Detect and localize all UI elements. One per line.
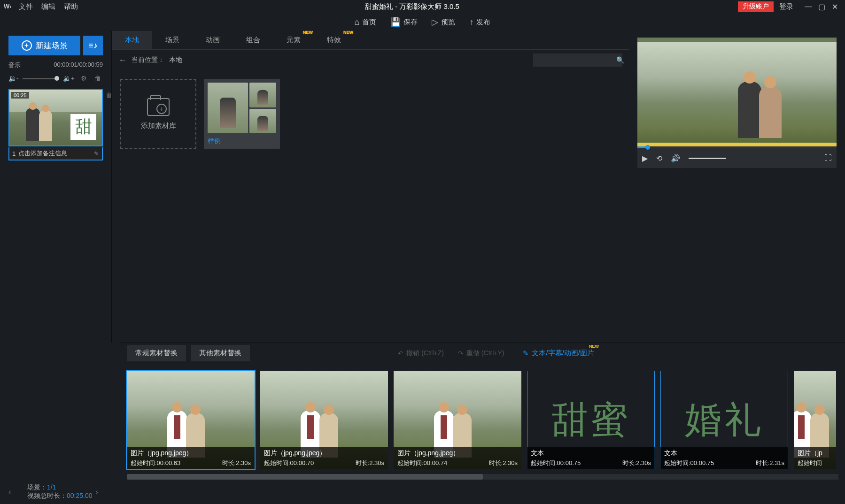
- clip-item[interactable]: 图片（jpg,png,jpeg） 起始时间:00:00.63 时长:2.30s: [127, 371, 255, 469]
- tab-scene[interactable]: 场景: [152, 31, 193, 49]
- clip-info: 文本 起始时间:00:00.75 时长:2.31s: [660, 447, 788, 469]
- clips-scrollbar[interactable]: [127, 474, 838, 480]
- close-button[interactable]: ✕: [828, 0, 841, 13]
- toolbar-home[interactable]: ⌂首页: [355, 17, 377, 27]
- undo-button[interactable]: ↶撤销 (Ctrl+Z): [398, 349, 444, 358]
- volume-down-icon[interactable]: 🔉-: [8, 75, 19, 82]
- status-total-value: 00:25.00: [67, 492, 93, 499]
- toolbar-home-label: 首页: [362, 18, 376, 27]
- search-box[interactable]: 🔍: [533, 53, 622, 67]
- back-arrow-icon[interactable]: ←: [118, 55, 127, 65]
- tab-combo[interactable]: 组合: [233, 31, 273, 49]
- minimize-button[interactable]: —: [802, 0, 815, 13]
- toolbar-preview-label: 预览: [441, 18, 455, 27]
- preview-panel: ▶ ⟲ 🔊 ⛶: [629, 31, 845, 343]
- clip-duration: 时长:2.31s: [756, 459, 784, 467]
- clip-title: 文本: [664, 449, 784, 458]
- clip-duration: 时长:2.30s: [356, 459, 384, 467]
- new-badge: NEW: [589, 344, 599, 349]
- preview-scrubber[interactable]: [637, 146, 837, 148]
- maximize-button[interactable]: ▢: [815, 0, 828, 13]
- clip-item[interactable]: 图片（jp 起始时间: [794, 371, 836, 469]
- next-scene-arrow-icon[interactable]: ›: [95, 487, 98, 497]
- scene-duration-badge: 00:25: [11, 92, 29, 99]
- tab-local[interactable]: 本地: [112, 31, 152, 49]
- clip-duration: 时长:2.30s: [222, 459, 251, 467]
- clip-item[interactable]: 图片（jpg,png,jpeg） 起始时间:00:00.70 时长:2.30s: [260, 371, 388, 469]
- clip-duration: 时长:2.30s: [622, 459, 651, 467]
- clip-start: 起始时间:00:00.70: [264, 459, 314, 467]
- breadcrumb: ← 当前位置： 本地 🔍: [112, 50, 629, 70]
- tab-effect[interactable]: 特效NEW: [314, 31, 354, 49]
- redo-icon: ↷: [458, 350, 464, 357]
- clip-title: 文本: [531, 449, 651, 458]
- delete-scene-icon[interactable]: 🗑: [106, 91, 112, 99]
- settings-icon[interactable]: ⚙: [78, 73, 89, 84]
- undo-icon: ↶: [398, 350, 403, 357]
- play-icon[interactable]: ▶: [642, 154, 648, 163]
- preview-volume-slider[interactable]: [689, 158, 726, 159]
- volume-up-icon[interactable]: 🔉+: [63, 75, 75, 82]
- login-button[interactable]: 登录: [779, 2, 793, 11]
- clip-start: 起始时间:00:00.75: [664, 459, 714, 467]
- save-icon: 💾: [390, 17, 401, 27]
- clip-info: 图片（jpg,png,jpeg） 起始时间:00:00.74 时长:2.30s: [394, 447, 521, 469]
- clip-start: 起始时间:00:00.75: [531, 459, 581, 467]
- tab-other-replace[interactable]: 其他素材替换: [191, 345, 250, 361]
- status-scene-label: 场景：: [27, 483, 47, 491]
- volume-slider[interactable]: [23, 78, 59, 79]
- clip-item[interactable]: 甜蜜 文本 起始时间:00:00.75 时长:2.30s: [527, 371, 655, 469]
- tab-normal-replace[interactable]: 常规素材替换: [127, 345, 186, 361]
- fullscreen-icon[interactable]: ⛶: [824, 154, 832, 162]
- menu-file[interactable]: 文件: [19, 2, 33, 11]
- trash-icon[interactable]: 🗑: [93, 73, 103, 84]
- scene-list-button[interactable]: ≡♪: [83, 36, 103, 55]
- clip-text-char: 婚礼: [685, 396, 764, 445]
- tab-element[interactable]: 元素NEW: [273, 31, 314, 49]
- app-logo: W‹: [4, 3, 13, 10]
- clip-item[interactable]: 图片（jpg,png,jpeg） 起始时间:00:00.74 时长:2.30s: [394, 371, 521, 469]
- search-input[interactable]: [537, 57, 616, 64]
- clip-title: 图片（jpg,png,jpeg）: [131, 449, 251, 458]
- clip-item[interactable]: 婚礼 文本 起始时间:00:00.75 时长:2.31s: [660, 371, 788, 469]
- clip-info: 图片（jp 起始时间: [794, 447, 836, 469]
- sample-folder-tile[interactable]: 样例: [204, 79, 280, 149]
- redo-button[interactable]: ↷重做 (Ctrl+Y): [458, 349, 504, 358]
- folder-plus-icon: [147, 98, 170, 116]
- clip-title: 图片（jpg,png,jpeg）: [264, 449, 384, 458]
- tab-animation[interactable]: 动画: [193, 31, 233, 49]
- sample-label: 样例: [208, 137, 276, 145]
- breadcrumb-label: 当前位置：: [132, 56, 164, 64]
- new-badge: NEW: [343, 30, 353, 35]
- edit-icon[interactable]: ✎: [94, 150, 99, 157]
- prev-scene-arrow-icon[interactable]: ‹: [8, 487, 11, 497]
- loop-icon[interactable]: ⟲: [656, 154, 662, 163]
- search-icon[interactable]: 🔍: [616, 56, 624, 64]
- toolbar-publish[interactable]: ↑发布: [469, 17, 490, 27]
- menu-edit[interactable]: 编辑: [41, 2, 55, 11]
- plus-circle-icon: +: [22, 40, 32, 51]
- status-scene-value: 1/1: [47, 483, 56, 491]
- add-asset-library-tile[interactable]: 添加素材库: [120, 79, 196, 149]
- new-badge: NEW: [303, 30, 313, 35]
- scene-caption-row[interactable]: 1 点击添加备注信息 ✎: [8, 147, 103, 160]
- menu-help[interactable]: 帮助: [64, 2, 78, 11]
- top-toolbar: ⌂首页 💾保存 ▷预览 ↑发布: [0, 13, 845, 31]
- scene-caption: 点击添加备注信息: [18, 149, 94, 158]
- toolbar-save[interactable]: 💾保存: [390, 17, 418, 27]
- new-scene-button[interactable]: + 新建场景: [8, 36, 80, 55]
- clip-duration: 时长:2.30s: [489, 459, 518, 467]
- preview-viewport[interactable]: [637, 38, 837, 146]
- clip-info: 文本 起始时间:00:00.75 时长:2.30s: [527, 447, 655, 469]
- text-subtitle-link[interactable]: ✎ 文本/字幕/动画/图片 NEW: [523, 349, 594, 358]
- upgrade-button[interactable]: 升级账户: [738, 1, 774, 12]
- volume-icon[interactable]: 🔊: [671, 154, 680, 163]
- clip-title: 图片（jpg,png,jpeg）: [397, 449, 518, 458]
- upload-icon: ↑: [469, 17, 473, 27]
- clips-row: 图片（jpg,png,jpeg） 起始时间:00:00.63 时长:2.30s …: [0, 363, 845, 474]
- breadcrumb-value: 本地: [169, 56, 182, 64]
- window-title: 甜蜜婚礼 - 万彩影像大师 3.0.5: [86, 2, 738, 11]
- clip-start: 起始时间:00:00.74: [397, 459, 447, 467]
- toolbar-preview[interactable]: ▷预览: [432, 17, 455, 27]
- scene-thumbnail[interactable]: 甜 00:25: [8, 89, 103, 146]
